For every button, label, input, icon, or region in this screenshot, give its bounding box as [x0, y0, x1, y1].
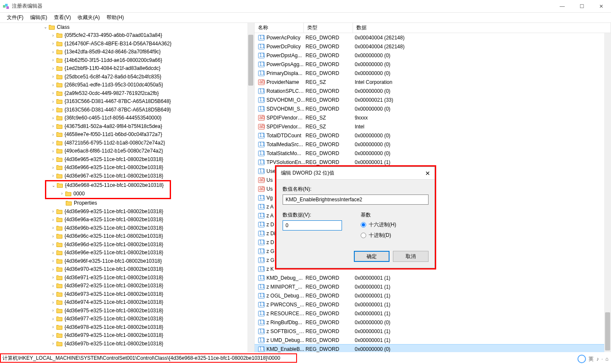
tree-node[interactable]: ›{25dbce51-6c8f-4a72-8a6d-b54c2b4fc835} [0, 72, 247, 81]
tree-node[interactable]: Properties [0, 199, 247, 208]
tree-node[interactable]: ›{4d36e974-e325-11ce-bfc1-08002be10318} [0, 298, 247, 307]
tree-node[interactable]: ›{2a9fe532-0cdc-44f9-9827-76192f2ca2fb} [0, 89, 247, 97]
tree-node[interactable]: ›{4d36e977-e325-11ce-bfc1-08002be10318} [0, 315, 247, 323]
value-row[interactable]: PowerAcPolicyREG_DWORD0x00040004 (262148… [255, 33, 611, 42]
tree-node-class[interactable]: ⌄Class [0, 23, 247, 31]
tree-node[interactable]: ›{3163C566-D381-4467-87BC-A65A18D5B649} [0, 106, 247, 114]
chevron-right-icon[interactable]: › [50, 107, 56, 112]
maximize-button[interactable]: ☐ [572, 0, 591, 13]
tree-node[interactable]: ›{05f5cfe2-4733-4950-a6bb-07aad01a3a84} [0, 31, 247, 40]
menu-view[interactable]: 查看(V) [50, 14, 74, 21]
chevron-right-icon[interactable]: › [50, 258, 56, 263]
tray-icon-2[interactable]: · [601, 356, 603, 362]
tree-node[interactable]: ›{268c95a1-edfe-11d3-95c3-0010dc4050a5} [0, 81, 247, 89]
value-row[interactable]: z SOFTBIOS_D...REG_DWORD0x00000001 (1) [255, 327, 611, 336]
col-type[interactable]: 类型 [304, 23, 353, 33]
ok-button[interactable]: 确定 [354, 251, 390, 262]
value-row[interactable]: z UMD_Debug...REG_DWORD0x00000001 (1) [255, 336, 611, 345]
value-row[interactable]: ProviderNameREG_SZIntel Corporation [255, 78, 611, 86]
value-scroll-thumb[interactable] [605, 312, 610, 350]
tree-node[interactable]: ›{4d36e96a-e325-11ce-bfc1-08002be10318} [0, 216, 247, 224]
chevron-right-icon[interactable]: › [50, 325, 56, 329]
tree-node[interactable]: ›{4d36e975-e325-11ce-bfc1-08002be10318} [0, 306, 247, 315]
tree-node[interactable]: ›{4d36e96c-e325-11ce-bfc1-08002be10318} [0, 232, 247, 241]
tree-node[interactable]: ›{4d36e96b-e325-11ce-bfc1-08002be10318} [0, 224, 247, 232]
col-data[interactable]: 数据 [353, 23, 611, 33]
chevron-right-icon[interactable]: › [50, 267, 56, 272]
chevron-right-icon[interactable]: › [50, 333, 56, 338]
chevron-right-icon[interactable]: › [50, 317, 56, 321]
radio-dec-input[interactable] [361, 233, 366, 238]
chevron-right-icon[interactable]: › [50, 83, 56, 87]
chevron-down-icon[interactable]: ⌄ [42, 25, 48, 29]
value-row[interactable]: SDVOHDMI_S...REG_DWORD0x00000000 (0) [255, 104, 611, 113]
menu-file[interactable]: 文件(F) [3, 14, 27, 21]
chevron-right-icon[interactable]: › [50, 283, 56, 288]
value-name-input[interactable] [283, 195, 429, 205]
tree-node[interactable]: ›{48721b56-6795-11d2-b1a8-0080c72e74a2} [0, 139, 247, 147]
tree-scrollbar[interactable] [247, 23, 254, 352]
tree-node[interactable]: ›{4d36e966-e325-11ce-bfc1-08002be10318} [0, 164, 247, 172]
value-row[interactable]: TotalStaticMo...REG_DWORD0x00000000 (0) [255, 149, 611, 158]
value-data-input[interactable] [283, 220, 342, 231]
chevron-down-icon[interactable]: ⌄ [50, 183, 56, 188]
assistant-icon[interactable] [577, 355, 586, 363]
chevron-right-icon[interactable]: › [50, 149, 56, 153]
value-scrollbar[interactable] [604, 33, 611, 352]
menu-edit[interactable]: 编辑(E) [27, 14, 50, 21]
tree-node[interactable]: ›{4d36e978-e325-11ce-bfc1-08002be10318} [0, 323, 247, 331]
chevron-right-icon[interactable]: › [50, 165, 56, 170]
ime-indicator[interactable]: 英 [589, 356, 594, 363]
minimize-button[interactable]: — [552, 0, 572, 13]
chevron-right-icon[interactable]: › [50, 292, 56, 296]
value-row[interactable]: SDVOHDMI_O...REG_DWORD0x00000021 (33) [255, 95, 611, 104]
tree-node[interactable]: ›{4d36e971-e325-11ce-bfc1-08002be10318} [0, 273, 247, 282]
radio-hex[interactable]: 十六进制(H) [361, 221, 429, 228]
value-row[interactable]: TotalDTDCountREG_DWORD0x00000000 (0) [255, 131, 611, 140]
value-row[interactable]: z PWRCONS_...REG_DWORD0x00000001 (1) [255, 300, 611, 309]
menu-favorites[interactable]: 收藏夹(A) [74, 14, 103, 21]
chevron-right-icon[interactable]: › [50, 308, 56, 313]
value-row[interactable]: KMD_Debug_...REG_DWORD0x00000001 (1) [255, 273, 611, 282]
chevron-right-icon[interactable]: › [50, 91, 56, 95]
tree-node[interactable]: ›{4d36e972-e325-11ce-bfc1-08002be10318} [0, 282, 247, 290]
value-row[interactable]: RotationSPLCa...REG_DWORD0x00000000 (0) [255, 86, 611, 95]
radio-dec[interactable]: 十进制(D) [361, 232, 429, 239]
tray-icon-1[interactable]: ♪ [596, 356, 599, 362]
tree-scroll-thumb[interactable] [248, 35, 253, 86]
chevron-right-icon[interactable]: › [50, 58, 56, 62]
chevron-right-icon[interactable]: › [50, 132, 56, 137]
tree-node[interactable]: ›{4d36e965-e325-11ce-bfc1-08002be10318} [0, 155, 247, 164]
value-row[interactable]: SPDIFVendor...REG_SZIntel [255, 122, 611, 131]
tree-node[interactable]: ›{1264760F-A5C8-4BFE-B314-D56A7B44A362} [0, 39, 247, 48]
tree-node[interactable]: ›{36fc9e60-c465-11cf-8056-444553540000} [0, 114, 247, 122]
tree-node[interactable]: ›{4d36e973-e325-11ce-bfc1-08002be10318} [0, 290, 247, 298]
cancel-button[interactable]: 取消 [393, 251, 429, 262]
dialog-close-icon[interactable]: ✕ [425, 170, 430, 177]
chevron-right-icon[interactable]: › [50, 33, 56, 38]
chevron-right-icon[interactable]: › [50, 217, 56, 222]
chevron-right-icon[interactable]: › [50, 242, 56, 247]
value-row[interactable]: PowerGpsAgg...REG_DWORD0x00000000 (0) [255, 60, 611, 69]
value-row[interactable]: SPDIFVendorD...REG_SZ9xxxx [255, 113, 611, 122]
tree-node[interactable]: ›{1ed2bbf9-11f0-4084-b21f-ad83a8e6dcdc} [0, 64, 247, 73]
tree-node-selected[interactable]: ⌄{4d36e968-e325-11ce-bfc1-08002be10318} [46, 181, 170, 190]
chevron-right-icon[interactable]: › [50, 50, 56, 54]
value-row[interactable]: z RingBufDbg...REG_DWORD0x00000000 (0) [255, 318, 611, 327]
close-button[interactable]: ✕ [591, 0, 611, 13]
tree-node[interactable]: ›{4d36e96e-e325-11ce-bfc1-08002be10318} [0, 249, 247, 257]
chevron-right-icon[interactable]: › [50, 66, 56, 71]
tree-node[interactable]: ›{49ce6ac8-6f86-11d2-b1e5-0080c72e74a2} [0, 147, 247, 156]
tree-node-selected-child[interactable]: ›0000 [46, 189, 170, 198]
tree-node[interactable]: ›{4d36e967-e325-11ce-bfc1-08002be10318} [0, 172, 247, 180]
chevron-right-icon[interactable]: › [59, 191, 65, 196]
chevron-right-icon[interactable]: › [50, 116, 56, 120]
tree-node[interactable]: ›{43675d81-502a-4a82-9f84-b75f418c5dea} [0, 122, 247, 131]
tree-node[interactable]: ›{4d36e970-e325-11ce-bfc1-08002be10318} [0, 265, 247, 274]
value-row[interactable]: PowerDpstAg...REG_DWORD0x00000000 (0) [255, 51, 611, 60]
menu-help[interactable]: 帮助(H) [103, 14, 127, 21]
chevron-right-icon[interactable]: › [50, 124, 56, 128]
value-row[interactable]: PowerDcPolicyREG_DWORD0x00040004 (262148… [255, 42, 611, 51]
chevron-right-icon[interactable]: › [50, 341, 56, 346]
chevron-right-icon[interactable]: › [50, 209, 56, 214]
